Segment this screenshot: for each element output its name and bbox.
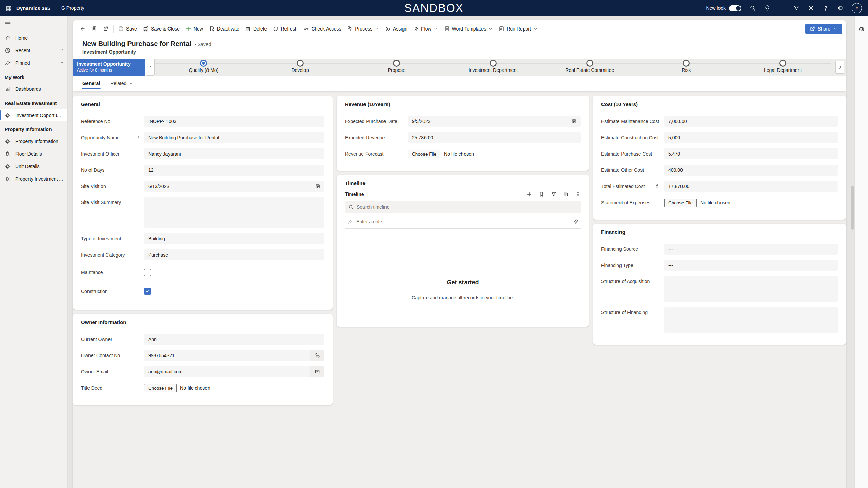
expected-revenue-field[interactable]: 25,786.00: [408, 132, 581, 143]
sidebar-item-recent[interactable]: Recent: [0, 44, 67, 57]
revenue-forecast-choose-file-button[interactable]: Choose File: [408, 150, 440, 158]
user-avatar[interactable]: #: [852, 3, 862, 13]
sidebar-item-investment-opportunity[interactable]: Investment Opportu...: [0, 109, 67, 121]
opportunity-name-field[interactable]: New Building Purchase for Rental: [144, 132, 324, 143]
timeline-sort-icon[interactable]: [563, 191, 569, 197]
copilot-icon[interactable]: [858, 25, 865, 33]
financing-type-field[interactable]: ---: [664, 260, 838, 271]
type-of-investment-field[interactable]: Building: [144, 233, 324, 244]
search-icon[interactable]: [750, 5, 756, 11]
run-report-button[interactable]: Run Report: [496, 24, 541, 34]
section-timeline: Timeline Timeline: [337, 175, 589, 327]
phone-icon[interactable]: [310, 350, 324, 361]
share-button[interactable]: Share: [805, 24, 842, 34]
sidebar-item-pinned[interactable]: Pinned: [0, 57, 67, 69]
power-apps-icon[interactable]: [837, 5, 843, 11]
sidebar-item-unit-details[interactable]: Unit Details: [0, 160, 67, 172]
estimate-purchase-cost-field[interactable]: 5,470: [664, 148, 838, 159]
construction-checkbox[interactable]: [144, 288, 151, 295]
site-visit-summary-field[interactable]: ---: [144, 197, 324, 228]
new-button[interactable]: New: [183, 24, 206, 34]
calendar-icon[interactable]: [315, 184, 320, 189]
financing-source-field[interactable]: ---: [664, 244, 838, 255]
chevron-down-icon[interactable]: [60, 60, 64, 66]
timeline-note-box[interactable]: [345, 215, 581, 229]
refresh-button[interactable]: Refresh: [270, 24, 300, 34]
title-deed-choose-file-button[interactable]: Choose File: [144, 384, 177, 392]
bpf-stage-real-estate-committee[interactable]: Real Estate Committee: [541, 59, 638, 76]
structure-of-acquisition-field[interactable]: ---: [664, 276, 838, 302]
filter-icon[interactable]: [793, 5, 800, 11]
sidebar-item-property-investment[interactable]: Property Investment ...: [0, 172, 67, 185]
command-bar: Save Save & Close New Deactivate Delete …: [73, 20, 846, 37]
bpf-stage-legal-department[interactable]: Legal Department: [734, 59, 831, 76]
timeline-search-box[interactable]: [345, 201, 581, 213]
tab-general[interactable]: General: [82, 76, 100, 91]
timeline-create-plus-icon[interactable]: [527, 191, 532, 197]
estimate-maintenance-cost-field[interactable]: 7,000.00: [664, 116, 838, 127]
owner-email-field[interactable]: ann@gmail.com: [144, 366, 310, 377]
sidebar-item-home[interactable]: Home: [0, 32, 67, 44]
current-owner-field[interactable]: Ann: [144, 334, 324, 345]
word-templates-button[interactable]: Word Templates: [441, 24, 496, 34]
statement-of-expenses-choose-file-button[interactable]: Choose File: [664, 199, 697, 207]
tab-related[interactable]: Related: [110, 76, 133, 91]
assign-button[interactable]: Assign: [382, 24, 410, 34]
expected-purchase-date-field[interactable]: 9/5/2023: [408, 116, 581, 127]
mail-icon[interactable]: [310, 366, 324, 377]
sidebar-item-dashboards[interactable]: Dashboards: [0, 83, 67, 95]
timeline-filter-icon[interactable]: [551, 191, 556, 197]
app-launcher-waffle-icon[interactable]: [0, 0, 16, 16]
sidebar-item-property-information[interactable]: Property Information: [0, 135, 67, 147]
settings-gear-icon[interactable]: [808, 5, 814, 11]
new-look-toggle[interactable]: [729, 5, 741, 11]
pencil-icon: [348, 219, 353, 224]
process-button[interactable]: Process: [344, 24, 382, 34]
timeline-more-commands-icon[interactable]: [575, 191, 581, 197]
hamburger-menu-icon[interactable]: [0, 16, 16, 32]
quick-create-plus-icon[interactable]: [779, 5, 785, 11]
back-button[interactable]: [77, 24, 88, 34]
structure-of-financing-field[interactable]: ---: [664, 307, 838, 333]
calendar-icon[interactable]: [571, 119, 577, 124]
popout-button[interactable]: [100, 24, 112, 34]
save-and-close-button[interactable]: Save & Close: [140, 24, 183, 34]
field-label: Site Visit on: [81, 184, 144, 189]
save-button[interactable]: Save: [115, 24, 140, 34]
bpf-stage-risk[interactable]: Risk: [638, 59, 735, 76]
app-area-breadcrumb[interactable]: G Property: [61, 5, 84, 11]
owner-contact-field[interactable]: 9987654321: [144, 350, 310, 361]
bpf-next-stage-button[interactable]: [835, 61, 844, 74]
lightbulb-icon[interactable]: [764, 5, 770, 11]
site-visit-date-field[interactable]: 6/13/2023: [144, 181, 324, 192]
app-title[interactable]: Dynamics 365: [16, 5, 50, 11]
estimate-other-cost-field[interactable]: 400.00: [664, 165, 838, 176]
bpf-stage-develop[interactable]: Develop: [252, 59, 349, 76]
bpf-previous-stage-button[interactable]: [146, 59, 155, 76]
bpf-stage-qualify[interactable]: Qualify (8 Mo): [155, 59, 252, 76]
investment-category-field[interactable]: Purchase: [144, 249, 324, 260]
help-icon[interactable]: [823, 5, 829, 11]
bpf-stage-investment-department[interactable]: Investment Department: [445, 59, 541, 76]
paperclip-icon[interactable]: [573, 219, 578, 224]
new-look-label: New look: [706, 5, 726, 11]
delete-button[interactable]: Delete: [242, 24, 270, 34]
estimate-construction-cost-field[interactable]: 5,000: [664, 132, 838, 143]
sidebar-item-floor-details[interactable]: Floor Details: [0, 147, 67, 160]
timeline-note-input[interactable]: [356, 219, 569, 224]
bpf-process-box[interactable]: Investment Opportunity Active for 8 mont…: [73, 59, 145, 76]
flow-button[interactable]: Flow: [410, 24, 441, 34]
reference-no-field[interactable]: INOPP- 1003: [144, 116, 324, 127]
check-access-button[interactable]: Check Access: [300, 24, 344, 34]
timeline-bookmark-icon[interactable]: [539, 191, 544, 197]
chevron-down-icon[interactable]: [60, 48, 64, 53]
bpf-stage-propose[interactable]: Propose: [348, 59, 445, 76]
maintance-checkbox[interactable]: [144, 269, 151, 276]
investment-officer-field[interactable]: Nancy Jayarani: [144, 148, 324, 159]
vertical-scrollbar[interactable]: [851, 186, 854, 230]
deactivate-button[interactable]: Deactivate: [206, 24, 242, 34]
timeline-search-input[interactable]: [357, 204, 577, 210]
record-title: New Building Purchase for Rental: [82, 40, 191, 48]
form-selector-button[interactable]: [88, 24, 100, 34]
no-of-days-field[interactable]: 12: [144, 165, 324, 176]
